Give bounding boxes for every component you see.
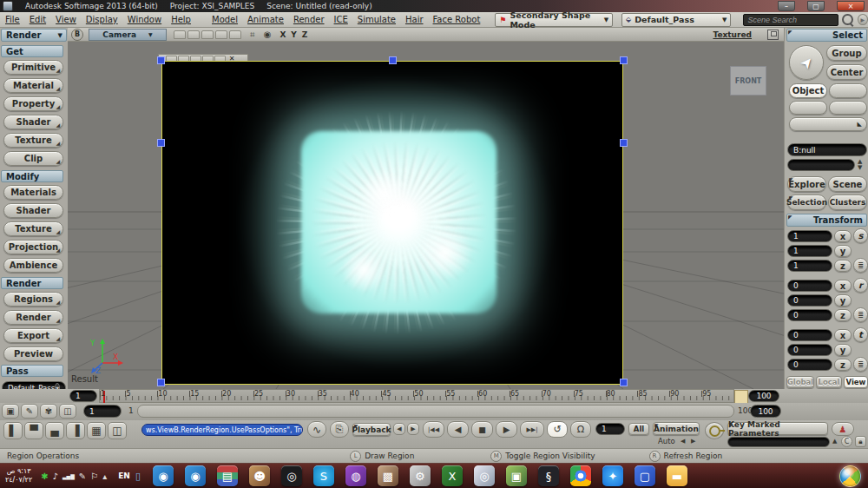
timeline-ruler[interactable]: 15101520253035404550556065707580859095	[99, 389, 734, 403]
character-key-icon[interactable]: ♟	[832, 422, 854, 436]
palette-icon[interactable]: ✾	[40, 404, 57, 419]
skype-icon[interactable]: S	[313, 465, 334, 486]
play-button[interactable]: ▶	[496, 421, 517, 438]
region-handle-right-middle[interactable]	[620, 139, 628, 147]
modify-materials-button[interactable]: Materials	[3, 185, 63, 200]
scene-search-input[interactable]	[743, 14, 838, 26]
current-frame-field[interactable]: 1	[69, 390, 97, 402]
layout-preset-2-button[interactable]: ▀	[24, 422, 43, 439]
translate-y-field[interactable]: 0	[787, 344, 832, 356]
menu-hair[interactable]: Hair	[405, 15, 424, 24]
rotate-x-field[interactable]: 0	[787, 280, 832, 292]
scale-x-axis-button[interactable]: x	[834, 230, 852, 242]
menu-simulate[interactable]: Simulate	[358, 15, 396, 24]
translate-x-axis-button[interactable]: x	[834, 329, 852, 341]
play-backward-button[interactable]: ◀	[447, 421, 469, 438]
end-frame-field[interactable]: 100	[748, 390, 779, 402]
loop-toggle-button[interactable]: ↺	[547, 421, 568, 438]
antivirus-tray-icon[interactable]: ✱	[41, 472, 48, 481]
range-start-field[interactable]: 1	[83, 405, 122, 418]
scale-mode-button[interactable]: s	[853, 228, 868, 243]
menu-edit[interactable]: Edit	[30, 15, 46, 24]
flag-tray-icon[interactable]: ⚐	[90, 472, 98, 481]
green-utility-app-icon[interactable]: ▣	[506, 465, 527, 486]
layout-preset-3-button[interactable]: ▄	[45, 422, 64, 439]
lock-icon[interactable]: 🔒︎	[855, 436, 866, 447]
viewer-app-icon-2[interactable]: ◉	[185, 465, 206, 486]
menu-face-robot[interactable]: Face Robot	[433, 15, 481, 24]
object-filter-button[interactable]: Object	[789, 83, 827, 98]
auto-key-next-icon[interactable]: ▶	[691, 438, 695, 445]
get-section-header[interactable]: Get	[1, 45, 63, 57]
spin-arrows-icon[interactable]: ▲▼	[858, 159, 862, 171]
select-tool-button[interactable]: ➤	[789, 45, 824, 80]
filter-slot-button[interactable]	[829, 83, 867, 98]
start-button[interactable]	[839, 465, 861, 487]
filter-slot-button[interactable]	[789, 101, 827, 115]
render-regions-button[interactable]: Regions◢	[3, 292, 63, 307]
select-section-header[interactable]: ◤Select	[786, 29, 867, 42]
rotate-x-axis-button[interactable]: x	[834, 280, 852, 292]
file-explorer-icon[interactable]: ▬	[667, 465, 687, 486]
close-button[interactable]: ×	[837, 1, 865, 11]
axis-z-button[interactable]: Z	[302, 30, 308, 39]
menu-display[interactable]: Display	[86, 15, 118, 24]
shape-mode-dropdown[interactable]: ⚑ Secondary Shape Mode▼	[495, 13, 613, 27]
rotate-z-axis-button[interactable]: z	[834, 309, 852, 321]
local-space-button[interactable]: Local	[816, 376, 842, 388]
scale-y-field[interactable]: 1	[787, 245, 832, 257]
update-box-icon[interactable]: ⎘	[330, 421, 349, 438]
scale-lock-icon[interactable]: ≣	[853, 258, 868, 273]
render-section-header[interactable]: Render	[1, 277, 63, 289]
range-slider[interactable]	[137, 405, 734, 418]
show-hidden-tray-icon[interactable]: ▴	[102, 472, 107, 481]
viewport-b[interactable]: B Camera▼ ⌗ ◉ X Y Z Textured FRONT ▼	[68, 28, 784, 389]
minimize-button[interactable]: –	[778, 1, 795, 11]
module-mode-dropdown[interactable]: Render▼	[1, 29, 67, 42]
dark-compass-app-icon[interactable]: ◎	[281, 465, 302, 486]
playback-menu-button[interactable]: ◤Playback	[352, 423, 391, 436]
view-memo-tab-2[interactable]	[187, 30, 200, 39]
view-memo-tab-5[interactable]	[229, 30, 241, 39]
get-primitive-button[interactable]: Primitive◢	[3, 60, 63, 75]
get-clip-button[interactable]: Clip◢	[3, 151, 63, 166]
translate-z-axis-button[interactable]: z	[834, 359, 852, 371]
menu-window[interactable]: Window	[128, 15, 161, 24]
cycle-icon[interactable]: C	[841, 436, 852, 447]
marked-parameter-field[interactable]	[727, 437, 830, 447]
modify-section-header[interactable]: Modify	[1, 170, 63, 182]
scale-z-axis-button[interactable]: z	[834, 260, 852, 272]
selection-name-field[interactable]: B:null	[787, 143, 867, 156]
pen-tool-icon[interactable]: ✎	[21, 404, 38, 419]
layout-preset-1-button[interactable]: ▌	[3, 422, 23, 439]
region-handle-bottom-right[interactable]	[620, 379, 628, 386]
view-letter-menu[interactable]: B	[71, 29, 83, 41]
menu-render[interactable]: Render	[293, 15, 325, 24]
modify-ambience-button[interactable]: Ambience	[3, 258, 63, 273]
photo-thumbnail-icon[interactable]: ▩	[378, 465, 398, 486]
render-render-button[interactable]: Render◢	[3, 310, 63, 325]
layout-preset-4-button[interactable]: ▐	[66, 422, 85, 439]
dark-writer-app-icon[interactable]: §	[538, 465, 559, 486]
menu-ice[interactable]: ICE	[334, 15, 348, 24]
group-button[interactable]: Group	[826, 45, 867, 61]
rotate-lock-icon[interactable]: ≣	[853, 307, 868, 322]
scale-y-axis-button[interactable]: y	[834, 245, 852, 257]
translate-mode-button[interactable]: t	[853, 327, 868, 342]
modify-projection-button[interactable]: Projection◢	[3, 240, 63, 254]
key-icon-button[interactable]	[705, 422, 724, 439]
language-indicator[interactable]: EN	[118, 472, 130, 480]
split-view-icon[interactable]: ◫	[59, 404, 76, 419]
winrar-icon[interactable]: ▤	[217, 465, 238, 486]
menu-view[interactable]: View	[56, 15, 76, 24]
range-end-field[interactable]: 100	[750, 405, 781, 418]
pass-dropdown[interactable]: ⬙ Default_Pass▼	[621, 13, 731, 27]
visibility-eye-icon[interactable]: ◉	[264, 30, 272, 39]
settings-chart-app-icon[interactable]: ⚙	[410, 465, 431, 486]
rotate-y-axis-button[interactable]: y	[834, 294, 852, 307]
search-icon[interactable]	[842, 14, 852, 25]
region-handle-top-left[interactable]	[157, 56, 165, 64]
translate-lock-icon[interactable]: ≣	[853, 357, 868, 372]
step-forward-button[interactable]: ▶	[407, 423, 419, 435]
disc-burner-app-icon[interactable]: ◎	[474, 465, 495, 486]
